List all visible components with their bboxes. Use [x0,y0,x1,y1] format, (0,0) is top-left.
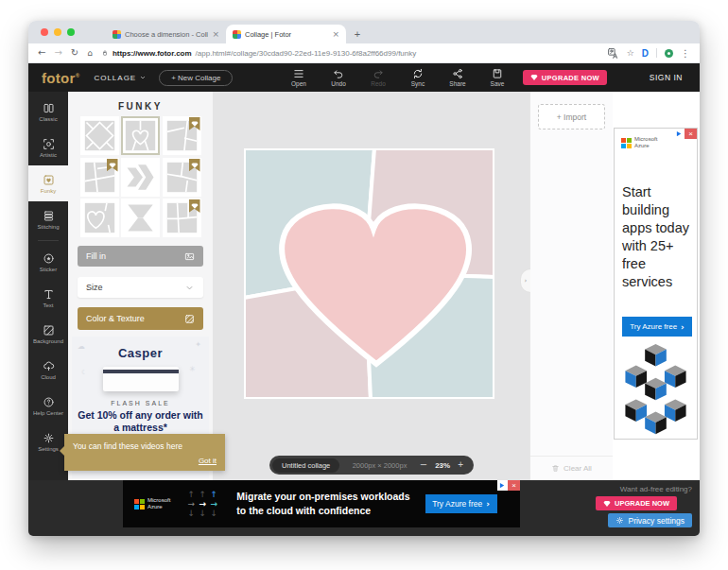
forward-icon[interactable]: → [54,48,61,58]
browser-tab-bar: Choose a dimension - Collag×Collage | Fo… [28,21,700,43]
toolbar-divider [656,48,657,58]
try-azure-free-button[interactable]: Try Azure free› [425,494,497,513]
fotor-favicon-icon [233,30,241,39]
tab-close-icon[interactable]: × [332,29,339,39]
extension-d-icon[interactable]: D [642,48,649,59]
browser-tab[interactable]: Collage | Fotor× [226,25,346,43]
tool-save-button[interactable]: Save [484,68,511,87]
extension-circle-icon[interactable] [665,49,673,58]
layout-thumbnail[interactable] [163,158,201,197]
gem-icon [603,500,611,508]
layout-thumbnail[interactable] [80,116,119,155]
address-bar[interactable]: https://www.fotor.com/app.html#/collage/… [101,49,598,58]
tab-title: Choose a dimension - Collag [125,30,208,39]
new-collage-button[interactable]: + New Collage [159,70,233,86]
sidebar-item-label: Background [33,338,63,344]
app-body: ClassicArtisticFunkyStitchingStickerText… [28,92,700,480]
sidebar-item-funky[interactable]: Funky [28,165,68,201]
gem-icon [530,74,538,81]
layout-thumbnail[interactable] [121,199,160,237]
fill-in-button[interactable]: Fill in [78,246,203,267]
adchoices-icon[interactable] [497,480,508,491]
sticker-icon [43,252,55,265]
layout-thumbnail[interactable] [163,116,201,155]
sidebar-item-artistic[interactable]: Artistic [28,130,68,165]
new-tab-button[interactable]: + [346,25,369,43]
tool-open-button[interactable]: Open [286,68,312,87]
rail-divider [38,240,59,241]
sidebar-item-classic[interactable]: Classic [28,94,68,130]
zoom-in-button[interactable]: + [458,460,463,470]
tool-label: Sync [411,80,425,87]
layout-thumbnail[interactable] [80,199,119,237]
microsoft-logo-icon [621,138,632,148]
ad-close-button[interactable]: × [685,129,697,139]
sign-in-button[interactable]: SIGN IN [650,73,683,82]
sidebar-item-help[interactable]: Help Center [28,388,68,423]
tool-label: Redo [371,80,386,87]
back-icon[interactable]: ← [38,48,45,58]
got-it-link[interactable]: Got it [73,457,217,465]
videos-tooltip: You can find these videos here Got it [64,434,225,471]
collage-name-field[interactable]: Untitled collage [272,458,339,473]
sidebar-item-stitching[interactable]: Stitching [28,201,68,237]
clear-all-button[interactable]: Clear All [530,456,613,480]
tool-share-button[interactable]: Share [444,68,471,87]
reload-icon[interactable]: ↻ [71,48,78,58]
casper-mattress-image [103,367,179,391]
microsoft-logo-icon [134,499,145,510]
translate-icon[interactable] [607,47,619,60]
color-texture-button[interactable]: Color & Texture [78,307,203,330]
layout-thumbnail[interactable] [80,158,119,197]
panel-collapse-handle[interactable]: › [520,268,530,293]
open-icon [293,68,304,79]
fotor-logo[interactable]: fotor® [42,70,79,86]
adchoices-icon[interactable] [674,129,685,139]
sidebar-item-text[interactable]: Text [28,280,68,316]
canvas-status-bar: Untitled collage 2000px × 2000px − 23% + [269,456,474,475]
browser-menu-icon[interactable]: ⋮ [681,48,690,59]
upgrade-now-button[interactable]: UPGRADE NOW [523,70,607,85]
casper-brand: Casper [72,337,209,360]
browser-tab[interactable]: Choose a dimension - Collag× [106,25,226,43]
minimize-window-button[interactable] [54,28,61,36]
try-azure-free-button[interactable]: Try Azure free› [622,317,692,337]
sidebar-item-background[interactable]: Background [28,316,68,352]
sidebar-item-label: Sticker [40,267,57,272]
tab-close-icon[interactable]: × [212,29,219,39]
stitching-icon [43,210,55,222]
import-button[interactable]: + Import [538,104,605,130]
zoom-window-button[interactable] [67,28,75,36]
bookmark-star-icon[interactable]: ☆ [627,48,634,58]
browser-toolbar: ← → ↻ ⌂ https://www.fotor.com/app.html#/… [28,43,700,63]
tab-strip: Choose a dimension - Collag×Collage | Fo… [106,25,346,43]
sidebar-item-sticker[interactable]: Sticker [28,244,68,280]
size-dropdown[interactable]: Size [78,277,203,298]
privacy-settings-button[interactable]: Privacy settings [608,513,692,527]
close-window-button[interactable] [41,28,48,36]
trash-icon [551,464,560,473]
home-icon[interactable]: ⌂ [87,49,93,58]
azure-side-ad[interactable]: × MicrosoftAzure Start building apps tod… [614,128,698,440]
tool-undo-button[interactable]: Undo [325,68,352,87]
upgrade-now-button[interactable]: UPGRADE NOW [596,496,677,510]
azure-bottom-ad[interactable]: × MicrosoftAzure ↑↑↑ →→→ ↓↓↓ Migrate you… [123,480,520,527]
collage-canvas[interactable] [244,148,494,399]
tooltip-text: You can find these videos here [73,441,182,451]
ad-headline: Start building apps today with 25+ free … [622,183,689,290]
microsoft-azure-logo: MicrosoftAzure [134,497,170,510]
layout-thumbnail[interactable] [163,199,201,237]
sync-icon [412,68,424,79]
texture-icon [184,314,195,324]
sidebar-item-cloud[interactable]: Cloud [28,352,68,388]
classic-icon [43,102,55,114]
layout-thumbnail[interactable] [121,116,160,155]
layout-thumbnail[interactable] [121,158,160,197]
zoom-out-button[interactable]: − [420,460,427,470]
help-icon [43,396,55,408]
ad-close-button[interactable]: × [508,480,520,491]
padlock-icon [101,49,109,57]
fotor-favicon-icon [113,30,121,39]
tool-sync-button[interactable]: Sync [405,68,431,87]
category-dropdown[interactable]: COLLAGE [94,74,147,82]
